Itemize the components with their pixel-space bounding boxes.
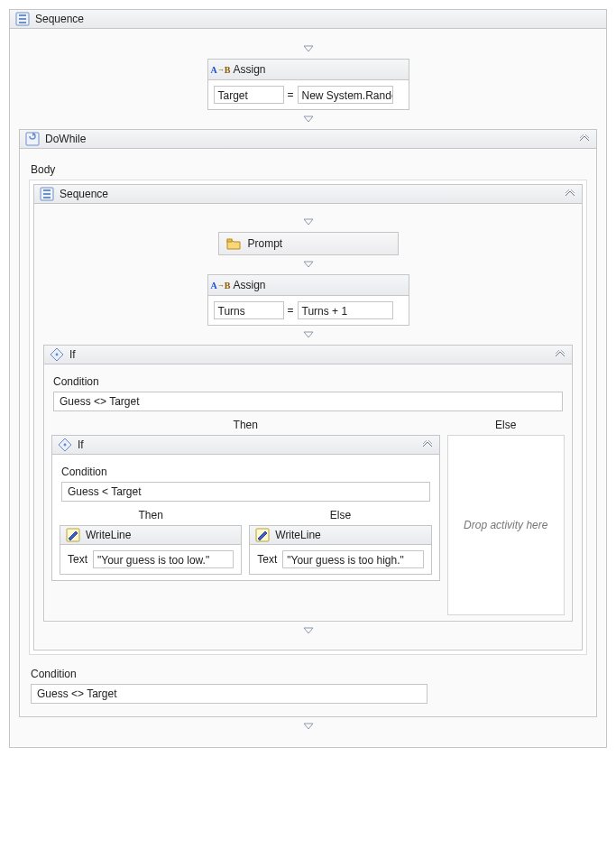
else-label: Else xyxy=(249,505,431,525)
chevron-down-icon xyxy=(302,627,315,635)
drop-connector[interactable] xyxy=(19,110,597,129)
assign-1-header[interactable]: A→B Assign xyxy=(208,60,409,80)
if-outer-condition-input[interactable]: Guess <> Target xyxy=(53,392,563,411)
dowhile-body-label: Body xyxy=(29,158,587,180)
else-label: Else xyxy=(447,415,565,435)
assign-activity-2[interactable]: A→B Assign Turns = Turns + 1 xyxy=(207,274,409,326)
if-activity-outer[interactable]: If Condition Guess <> Target Then xyxy=(43,345,573,622)
if-icon xyxy=(58,438,72,452)
inner-sequence[interactable]: Sequence Prompt xyxy=(33,184,583,650)
if-inner-condition-input[interactable]: Guess < Target xyxy=(61,482,430,502)
sequence-icon xyxy=(15,12,30,26)
inner-sequence-title: Sequence xyxy=(60,188,108,200)
dowhile-header[interactable]: DoWhile xyxy=(20,130,596,149)
chevron-down-icon xyxy=(302,331,315,339)
folder-icon xyxy=(226,236,241,251)
if-inner-header[interactable]: If xyxy=(52,436,439,455)
inner-sequence-header[interactable]: Sequence xyxy=(34,185,582,204)
equals-label: = xyxy=(288,88,294,101)
drop-connector[interactable] xyxy=(43,213,573,232)
writeline-low-text-input[interactable]: "Your guess is too low." xyxy=(93,550,234,568)
writeline-low-header[interactable]: WriteLine xyxy=(60,526,241,545)
dowhile-title: DoWhile xyxy=(45,133,86,145)
assign-activity-1[interactable]: A→B Assign Target = New System.Randc xyxy=(207,59,409,110)
writeline-high-title: WriteLine xyxy=(275,529,320,541)
chevron-down-icon xyxy=(302,45,315,53)
assign-2-target-input[interactable]: Turns xyxy=(214,301,284,319)
text-label: Text xyxy=(257,553,277,566)
then-label: Then xyxy=(51,415,440,435)
assign-1-value-input[interactable]: New System.Randc xyxy=(298,86,393,104)
writeline-icon xyxy=(66,528,80,542)
if-icon xyxy=(50,347,64,362)
dowhile-activity[interactable]: DoWhile Body Sequence xyxy=(19,129,597,717)
writeline-high[interactable]: WriteLine Text "Your guess is too high." xyxy=(249,525,431,575)
outer-sequence-title: Sequence xyxy=(35,13,84,25)
assign-1-target-input[interactable]: Target xyxy=(214,86,284,104)
if-inner-title: If xyxy=(78,438,84,451)
writeline-low[interactable]: WriteLine Text "Your guess is too low." xyxy=(60,525,242,575)
then-label: Then xyxy=(60,505,242,525)
dowhile-condition-input[interactable]: Guess <> Target xyxy=(31,684,428,704)
chevron-down-icon xyxy=(302,723,315,731)
chevron-down-icon xyxy=(302,115,315,124)
collapse-button[interactable] xyxy=(578,133,591,145)
drop-connector[interactable] xyxy=(19,40,597,59)
if-outer-header[interactable]: If xyxy=(44,346,572,364)
collapse-button[interactable] xyxy=(554,348,566,361)
drop-connector[interactable] xyxy=(43,326,573,345)
loop-icon xyxy=(25,132,40,146)
if-activity-inner[interactable]: If Condition Guess < Target xyxy=(51,435,440,581)
if-outer-title: If xyxy=(69,348,76,361)
assign-1-title: Assign xyxy=(234,63,266,76)
assign-2-title: Assign xyxy=(234,279,266,291)
drop-connector[interactable] xyxy=(43,622,573,641)
assign-2-header[interactable]: A→B Assign xyxy=(208,275,409,296)
writeline-high-header[interactable]: WriteLine xyxy=(250,526,430,545)
equals-label: = xyxy=(288,304,294,317)
chevron-down-icon xyxy=(302,261,315,269)
outer-sequence-header[interactable]: Sequence xyxy=(10,10,606,29)
outer-sequence[interactable]: Sequence A→B Assign Target = New System.… xyxy=(9,9,607,748)
assign-icon: A→B xyxy=(214,62,228,77)
if-inner-condition-label: Condition xyxy=(60,460,432,482)
if-outer-condition-label: Condition xyxy=(51,370,565,392)
drop-connector[interactable] xyxy=(19,717,597,736)
text-label: Text xyxy=(68,553,87,566)
assign-icon: A→B xyxy=(214,278,228,292)
assign-2-value-input[interactable]: Turns + 1 xyxy=(298,301,393,319)
writeline-high-text-input[interactable]: "Your guess is too high." xyxy=(282,550,423,568)
drop-connector[interactable] xyxy=(43,255,573,274)
writeline-icon xyxy=(255,528,270,542)
chevron-down-icon xyxy=(302,218,315,226)
writeline-low-title: WriteLine xyxy=(86,529,131,541)
collapse-button[interactable] xyxy=(421,438,434,451)
dowhile-condition-label: Condition xyxy=(29,662,587,684)
else-drop-zone[interactable]: Drop activity here xyxy=(447,435,565,615)
prompt-label: Prompt xyxy=(248,237,283,250)
prompt-activity[interactable]: Prompt xyxy=(218,232,399,255)
collapse-button[interactable] xyxy=(564,188,576,200)
sequence-icon xyxy=(40,187,54,201)
